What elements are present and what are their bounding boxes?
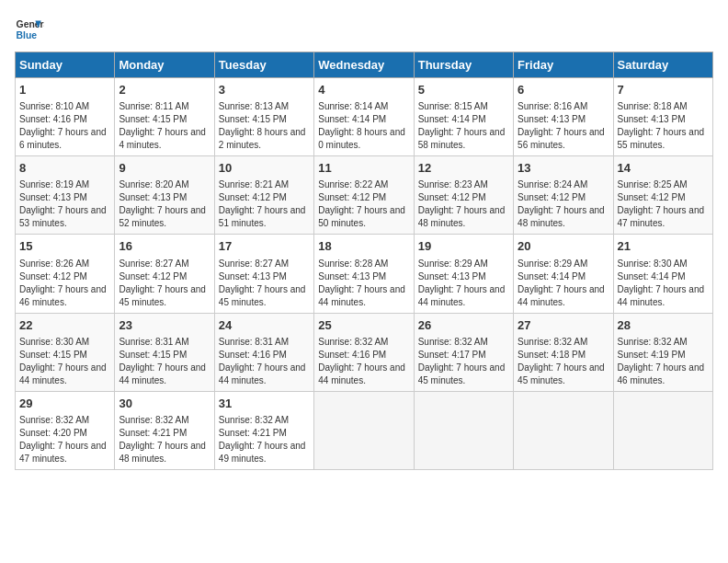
daylight-text: Daylight: 7 hours and 48 minutes. xyxy=(518,205,605,228)
sunset-text: Sunset: 4:17 PM xyxy=(418,350,486,360)
calendar-week-2: 8Sunrise: 8:19 AMSunset: 4:13 PMDaylight… xyxy=(16,156,713,235)
calendar-cell: 26Sunrise: 8:32 AMSunset: 4:17 PMDayligh… xyxy=(414,313,513,391)
day-number: 12 xyxy=(418,160,509,177)
sunset-text: Sunset: 4:19 PM xyxy=(618,350,686,360)
sunset-text: Sunset: 4:16 PM xyxy=(219,350,287,360)
day-number: 22 xyxy=(19,317,110,334)
calendar-cell: 14Sunrise: 8:25 AMSunset: 4:12 PMDayligh… xyxy=(613,156,712,235)
day-number: 9 xyxy=(119,160,210,177)
calendar-cell: 20Sunrise: 8:29 AMSunset: 4:14 PMDayligh… xyxy=(514,235,613,313)
sunset-text: Sunset: 4:12 PM xyxy=(618,192,686,202)
daylight-text: Daylight: 7 hours and 52 minutes. xyxy=(119,205,206,228)
sunset-text: Sunset: 4:12 PM xyxy=(219,192,287,202)
day-number: 21 xyxy=(618,238,709,255)
daylight-text: Daylight: 7 hours and 46 minutes. xyxy=(19,284,107,307)
logo: General Blue xyxy=(15,15,44,44)
sunrise-text: Sunrise: 8:28 AM xyxy=(318,259,388,269)
sunrise-text: Sunrise: 8:26 AM xyxy=(19,259,89,269)
sunrise-text: Sunrise: 8:30 AM xyxy=(618,259,688,269)
day-number: 18 xyxy=(318,238,409,255)
sunrise-text: Sunrise: 8:32 AM xyxy=(119,415,188,425)
sunset-text: Sunset: 4:13 PM xyxy=(418,271,486,282)
calendar-cell xyxy=(514,391,613,469)
calendar-cell: 13Sunrise: 8:24 AMSunset: 4:12 PMDayligh… xyxy=(514,156,613,235)
sunrise-text: Sunrise: 8:10 AM xyxy=(19,101,89,111)
calendar-cell: 28Sunrise: 8:32 AMSunset: 4:19 PMDayligh… xyxy=(613,313,712,391)
calendar-week-4: 22Sunrise: 8:30 AMSunset: 4:15 PMDayligh… xyxy=(16,313,713,391)
daylight-text: Daylight: 7 hours and 45 minutes. xyxy=(219,284,306,307)
day-number: 20 xyxy=(518,238,609,255)
daylight-text: Daylight: 7 hours and 50 minutes. xyxy=(318,205,405,228)
daylight-text: Daylight: 7 hours and 44 minutes. xyxy=(119,362,206,385)
calendar-cell: 15Sunrise: 8:26 AMSunset: 4:12 PMDayligh… xyxy=(16,235,115,313)
sunrise-text: Sunrise: 8:19 AM xyxy=(19,179,89,190)
calendar-cell: 2Sunrise: 8:11 AMSunset: 4:15 PMDaylight… xyxy=(115,78,214,156)
sunset-text: Sunset: 4:13 PM xyxy=(618,114,686,124)
sunset-text: Sunset: 4:16 PM xyxy=(19,114,87,124)
sunrise-text: Sunrise: 8:27 AM xyxy=(219,259,289,269)
day-number: 6 xyxy=(518,82,609,98)
day-number: 25 xyxy=(318,317,409,334)
sunrise-text: Sunrise: 8:29 AM xyxy=(418,259,488,269)
calendar-cell: 21Sunrise: 8:30 AMSunset: 4:14 PMDayligh… xyxy=(613,235,712,313)
daylight-text: Daylight: 7 hours and 44 minutes. xyxy=(19,362,107,385)
day-number: 13 xyxy=(518,160,609,177)
sunset-text: Sunset: 4:20 PM xyxy=(19,428,87,438)
sunrise-text: Sunrise: 8:22 AM xyxy=(318,179,388,190)
daylight-text: Daylight: 7 hours and 46 minutes. xyxy=(618,362,705,385)
daylight-text: Daylight: 8 hours and 2 minutes. xyxy=(219,127,306,150)
sunset-text: Sunset: 4:12 PM xyxy=(19,271,87,282)
sunset-text: Sunset: 4:13 PM xyxy=(19,192,87,202)
daylight-text: Daylight: 7 hours and 45 minutes. xyxy=(518,362,605,385)
daylight-text: Daylight: 7 hours and 4 minutes. xyxy=(119,127,206,150)
day-number: 19 xyxy=(418,238,509,255)
calendar-cell xyxy=(314,391,414,469)
calendar-cell: 11Sunrise: 8:22 AMSunset: 4:12 PMDayligh… xyxy=(314,156,414,235)
daylight-text: Daylight: 7 hours and 44 minutes. xyxy=(518,284,605,307)
calendar-cell: 17Sunrise: 8:27 AMSunset: 4:13 PMDayligh… xyxy=(214,235,313,313)
sunset-text: Sunset: 4:15 PM xyxy=(19,350,87,360)
day-number: 24 xyxy=(219,317,310,334)
day-number: 3 xyxy=(219,82,310,98)
day-number: 14 xyxy=(618,160,709,177)
daylight-text: Daylight: 7 hours and 44 minutes. xyxy=(418,284,506,307)
header-sunday: Sunday xyxy=(16,52,115,78)
day-number: 29 xyxy=(19,396,110,412)
sunset-text: Sunset: 4:14 PM xyxy=(318,114,386,124)
sunrise-text: Sunrise: 8:29 AM xyxy=(518,259,587,269)
day-number: 31 xyxy=(219,396,310,412)
sunset-text: Sunset: 4:13 PM xyxy=(219,271,287,282)
daylight-text: Daylight: 7 hours and 45 minutes. xyxy=(418,362,506,385)
calendar-cell: 25Sunrise: 8:32 AMSunset: 4:16 PMDayligh… xyxy=(314,313,414,391)
calendar-cell: 24Sunrise: 8:31 AMSunset: 4:16 PMDayligh… xyxy=(214,313,313,391)
sunset-text: Sunset: 4:13 PM xyxy=(119,192,187,202)
daylight-text: Daylight: 7 hours and 47 minutes. xyxy=(19,441,107,464)
day-number: 1 xyxy=(19,82,110,98)
sunset-text: Sunset: 4:13 PM xyxy=(518,114,586,124)
day-number: 23 xyxy=(119,317,210,334)
sunset-text: Sunset: 4:21 PM xyxy=(219,428,287,438)
sunset-text: Sunset: 4:14 PM xyxy=(518,271,586,282)
header-tuesday: Tuesday xyxy=(214,52,313,78)
day-number: 4 xyxy=(318,82,409,98)
sunrise-text: Sunrise: 8:31 AM xyxy=(119,337,188,347)
logo-icon: General Blue xyxy=(15,15,44,44)
sunrise-text: Sunrise: 8:11 AM xyxy=(119,101,188,111)
sunrise-text: Sunrise: 8:14 AM xyxy=(318,101,388,111)
daylight-text: Daylight: 7 hours and 6 minutes. xyxy=(19,127,107,150)
sunset-text: Sunset: 4:14 PM xyxy=(618,271,686,282)
day-number: 8 xyxy=(19,160,110,177)
daylight-text: Daylight: 7 hours and 44 minutes. xyxy=(318,284,405,307)
day-number: 2 xyxy=(119,82,210,98)
day-number: 11 xyxy=(318,160,409,177)
calendar-cell xyxy=(613,391,712,469)
day-number: 28 xyxy=(618,317,709,334)
sunset-text: Sunset: 4:12 PM xyxy=(119,271,187,282)
header-wednesday: Wednesday xyxy=(314,52,414,78)
calendar-cell: 5Sunrise: 8:15 AMSunset: 4:14 PMDaylight… xyxy=(414,78,513,156)
calendar-cell: 10Sunrise: 8:21 AMSunset: 4:12 PMDayligh… xyxy=(214,156,313,235)
svg-text:Blue: Blue xyxy=(17,30,38,40)
daylight-text: Daylight: 7 hours and 48 minutes. xyxy=(119,441,206,464)
sunrise-text: Sunrise: 8:23 AM xyxy=(418,179,488,190)
day-number: 10 xyxy=(219,160,310,177)
